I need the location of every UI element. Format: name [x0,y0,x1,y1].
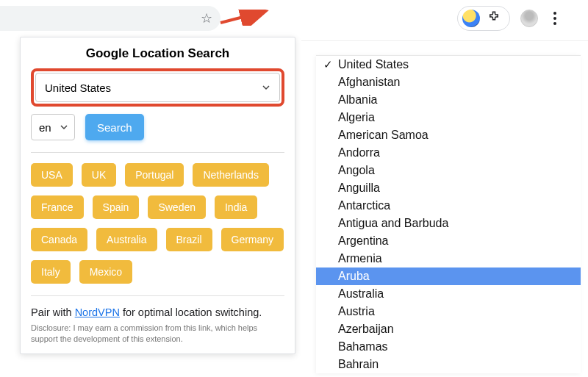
pair-text: Pair with NordVPN for optimal location s… [31,306,284,318]
country-select[interactable]: United States [35,73,280,102]
country-chip[interactable]: Canada [31,228,87,251]
dropdown-option[interactable]: Austria [316,303,581,320]
country-dropdown-list[interactable]: United StatesAfghanistanAlbaniaAlgeriaAm… [316,55,581,373]
country-chip[interactable]: Mexico [79,260,132,284]
dropdown-option[interactable]: Bahamas [316,338,581,356]
dropdown-option[interactable]: American Samoa [316,126,581,144]
pair-suffix: for optimal location switching. [120,306,262,318]
dropdown-option[interactable]: Albania [316,91,581,109]
lang-search-row: en Search [31,114,284,140]
country-chip[interactable]: France [31,195,84,219]
pinned-extension-pill [457,6,510,31]
dropdown-option[interactable]: Andorra [316,144,581,162]
dropdown-option[interactable]: Angola [316,162,581,179]
dropdown-option[interactable]: Afghanistan [316,73,581,91]
country-chip[interactable]: Australia [96,228,157,251]
nordvpn-link[interactable]: NordVPN [75,306,120,318]
country-chip[interactable]: Spain [93,195,140,219]
profile-avatar[interactable] [520,10,538,27]
dropdown-option[interactable]: Aruba [316,268,581,285]
country-chip[interactable]: India [215,195,257,219]
highlight-annotation: United States [31,68,284,107]
page-divider [301,40,588,41]
extension-toolbar-area [457,6,562,31]
dropdown-option[interactable]: Armenia [316,250,581,268]
language-select-value: en [39,121,51,134]
language-select[interactable]: en [31,114,75,140]
country-chip[interactable]: Netherlands [193,163,269,187]
location-search-extension-icon[interactable] [462,10,480,27]
quick-country-chips: USAUKPortugalNetherlandsFranceSpainSwede… [31,163,284,284]
country-chip[interactable]: UK [82,163,116,187]
dropdown-option[interactable]: Azerbaijan [316,320,581,338]
country-chip[interactable]: Portugal [125,163,184,187]
dropdown-option[interactable]: Antigua and Barbuda [316,215,581,232]
chevron-down-icon [262,83,270,92]
country-select-value: United States [45,82,111,94]
extensions-icon[interactable] [487,10,501,27]
popup-title: Google Location Search [31,43,284,68]
disclosure-text: Disclosure: I may earn a commission from… [31,323,284,345]
dropdown-option[interactable]: United States [316,56,581,73]
country-chip[interactable]: Brazil [166,228,212,251]
extension-popup: Google Location Search United States en … [20,37,295,354]
browser-menu[interactable] [548,12,562,25]
dropdown-option[interactable]: Algeria [316,109,581,126]
dropdown-option[interactable]: Antarctica [316,197,581,215]
country-chip[interactable]: Germany [221,228,284,251]
pair-prefix: Pair with [31,306,75,318]
dropdown-option[interactable]: Bahrain [316,356,581,373]
browser-toolbar [0,4,588,33]
search-button[interactable]: Search [85,114,144,140]
divider [31,152,284,153]
dropdown-option[interactable]: Anguilla [316,179,581,197]
dropdown-option[interactable]: Australia [316,285,581,303]
dropdown-option[interactable]: Argentina [316,232,581,250]
country-chip[interactable]: USA [31,163,73,187]
country-chip[interactable]: Italy [31,260,71,284]
divider [31,295,284,296]
country-chip[interactable]: Sweden [148,195,206,219]
chevron-down-icon [60,123,68,132]
